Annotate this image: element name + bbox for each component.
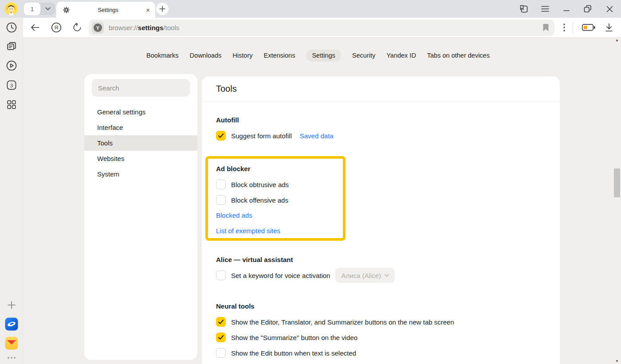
section-autofill: Autofill Suggest form autofill Saved dat… <box>216 115 334 141</box>
nav-tab-yandex-id[interactable]: Yandex ID <box>386 49 416 62</box>
bookmark-icon[interactable] <box>542 23 549 32</box>
autofill-row: Suggest form autofill Saved data <box>216 131 334 141</box>
nav-tab-downloads[interactable]: Downloads <box>190 49 222 62</box>
add-panel-button[interactable] <box>7 301 16 309</box>
scroll-down-icon[interactable]: ▼ <box>614 359 620 364</box>
page-scrollbar[interactable]: ▲ ▼ <box>614 38 620 364</box>
tab-close-icon[interactable]: × <box>146 7 150 13</box>
browser-tab-settings[interactable]: Settings × <box>56 2 155 18</box>
address-toolbar: Я Y browser://settings/tools <box>23 18 621 38</box>
new-tab-button[interactable] <box>156 3 169 15</box>
toolbar-divider <box>573 22 573 33</box>
yandex-disk-icon <box>4 317 18 331</box>
exempted-sites-link[interactable]: List of exempted sites <box>216 227 280 235</box>
refresh-button[interactable] <box>72 23 82 32</box>
search-input[interactable] <box>92 79 190 97</box>
show-summarize-button-checkbox[interactable] <box>216 333 226 342</box>
nav-tab-settings[interactable]: Settings <box>306 49 341 62</box>
disk-app-button[interactable] <box>4 317 18 331</box>
tab-counter[interactable]: 1 <box>24 3 40 15</box>
sidebar-item-websites[interactable]: Websites <box>84 151 197 166</box>
maximize-button[interactable] <box>582 3 594 15</box>
more-panels-button[interactable] <box>7 356 16 359</box>
yandex-home-button[interactable]: Я <box>51 22 62 33</box>
titlebar: 1 Settings × <box>0 0 621 18</box>
kebab-menu-icon <box>563 23 565 31</box>
neural-row: Show the Editor, Translator, and Summari… <box>216 317 454 327</box>
history-button[interactable] <box>5 22 17 34</box>
close-window-button[interactable] <box>603 3 616 15</box>
alice-avatar-icon <box>4 2 18 16</box>
svg-text:Я: Я <box>55 25 58 30</box>
profile-avatar[interactable] <box>4 2 18 16</box>
autofill-heading: Autofill <box>216 115 334 125</box>
video-button[interactable] <box>5 60 17 72</box>
scroll-up-icon[interactable]: ▲ <box>614 38 620 43</box>
browser-sidebar: 3 <box>0 18 23 364</box>
neural-row: Show the Edit button when text is select… <box>216 348 454 358</box>
clock-icon <box>5 22 17 34</box>
suggest-autofill-checkbox[interactable] <box>216 131 226 141</box>
more-menu-button[interactable] <box>563 23 565 31</box>
checkbox-label: Show the Editor, Translator, and Summari… <box>231 318 454 326</box>
ellipsis-icon <box>7 356 16 359</box>
block-offensive-ads-checkbox[interactable] <box>216 195 226 205</box>
tab-count-icon: 3 <box>5 79 17 91</box>
restore-icon <box>584 5 592 13</box>
side-panel-button[interactable] <box>518 3 530 15</box>
sidebar-item-interface[interactable]: Interface <box>84 120 197 135</box>
sidebar-item-general[interactable]: General settings <box>84 104 197 120</box>
checkbox-label: Block obtrusive ads <box>231 181 289 188</box>
url-text: browser://settings/tools <box>109 24 179 31</box>
sidebar-item-system[interactable]: System <box>84 166 197 182</box>
address-bar[interactable]: Y browser://settings/tools <box>89 20 554 36</box>
checkbox-label: Suggest form autofill <box>231 132 292 140</box>
dropdown-value: Алиса (Alice) <box>341 272 381 279</box>
hamburger-icon <box>541 6 549 12</box>
alice-heading: Alice — virtual assistant <box>216 255 395 265</box>
checkbox-label: Show the "Summarize" button on the video <box>231 334 358 341</box>
mail-app-button[interactable] <box>4 337 18 350</box>
minimize-icon <box>563 6 570 12</box>
block-obtrusive-ads-checkbox[interactable] <box>216 180 226 189</box>
checkbox-label: Set a keyword for voice activation <box>231 272 330 279</box>
plus-icon <box>159 6 165 12</box>
side-panel-icon <box>519 4 528 13</box>
nav-tab-extensions[interactable]: Extensions <box>263 49 295 62</box>
show-edit-button-checkbox[interactable] <box>216 348 226 358</box>
back-arrow-icon <box>31 24 39 31</box>
protect-glyph: Y <box>96 25 99 31</box>
voice-keyword-checkbox[interactable] <box>216 270 226 280</box>
downloads-button[interactable] <box>605 23 613 32</box>
sidebar-item-tools[interactable]: Tools <box>84 135 197 151</box>
back-button[interactable] <box>31 24 39 31</box>
settings-content-card: Tools Autofill Suggest form autofill Sav… <box>202 76 560 364</box>
neural-row: Show the "Summarize" button on the video <box>216 333 454 342</box>
tab-list-chevron-icon[interactable] <box>40 7 55 11</box>
content-header: Tools <box>202 76 560 102</box>
blocked-ads-link[interactable]: Blocked ads <box>216 211 252 219</box>
scrollbar-thumb[interactable] <box>614 168 620 197</box>
nav-tab-other-devices[interactable]: Tabs on other devices <box>427 49 490 62</box>
chevron-down-icon <box>385 274 389 277</box>
nav-tab-security[interactable]: Security <box>352 49 375 62</box>
show-editor-buttons-checkbox[interactable] <box>216 317 226 327</box>
settings-sidebar-card: General settings Interface Tools Website… <box>84 74 197 360</box>
nav-tab-bookmarks[interactable]: Bookmarks <box>146 49 179 62</box>
minimize-button[interactable] <box>560 3 573 15</box>
yandex-mail-icon <box>4 337 18 350</box>
play-circle-icon <box>5 60 17 72</box>
apps-grid-icon <box>6 99 17 110</box>
ad-blocker-heading: Ad blocker <box>216 164 343 174</box>
protect-shield-icon[interactable]: Y <box>92 22 104 34</box>
plus-icon <box>7 301 16 309</box>
services-button[interactable] <box>6 99 17 110</box>
nav-tab-history[interactable]: History <box>232 49 252 62</box>
feed-button[interactable] <box>5 41 17 53</box>
saved-data-link[interactable]: Saved data <box>300 132 334 140</box>
menu-button[interactable] <box>539 3 551 15</box>
tab-list-control[interactable]: 1 <box>24 3 55 15</box>
keyword-dropdown[interactable]: Алиса (Alice) <box>335 268 395 283</box>
battery-button[interactable] <box>582 23 596 31</box>
tabs-panel-button[interactable]: 3 <box>5 79 17 91</box>
